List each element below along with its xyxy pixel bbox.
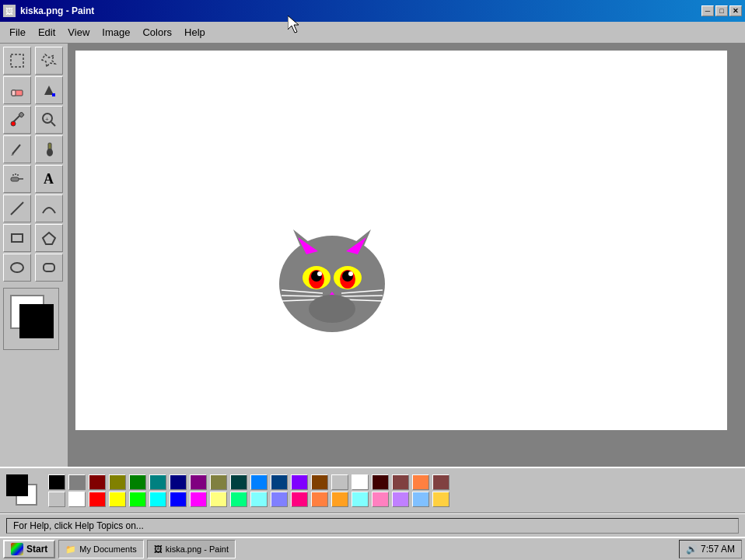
palette-color-row2-2[interactable] — [89, 492, 106, 507]
palette-color-row1-19[interactable] — [432, 474, 449, 490]
palette-color-row2-4[interactable] — [129, 492, 146, 507]
tool-polygon[interactable] — [35, 224, 63, 252]
svg-rect-14 — [11, 177, 19, 181]
palette-color-row1-8[interactable] — [210, 474, 227, 490]
tool-eraser[interactable] — [3, 76, 31, 104]
svg-point-36 — [348, 271, 353, 276]
status-bar: For Help, click Help Topics on... — [0, 513, 745, 537]
svg-rect-23 — [44, 264, 54, 271]
palette-color-row2-18[interactable] — [412, 492, 429, 507]
palette-color-row1-3[interactable] — [109, 474, 126, 490]
palette-color-row1-1[interactable] — [68, 474, 86, 490]
tool-rounded-rect[interactable] — [35, 254, 63, 282]
palette-color-row1-4[interactable] — [129, 474, 146, 490]
tool-ellipse[interactable] — [3, 254, 31, 282]
palette-color-row1-11[interactable] — [271, 474, 288, 490]
palette-color-row2-7[interactable] — [190, 492, 207, 507]
palette-color-row2-11[interactable] — [271, 492, 288, 507]
title-icon: 🖼 — [3, 5, 16, 17]
palette-color-row1-13[interactable] — [311, 474, 328, 490]
palette-color-row1-15[interactable] — [352, 474, 369, 490]
tool-curve[interactable] — [35, 194, 63, 222]
start-label: Start — [26, 544, 47, 555]
palette-foreground-swatch[interactable] — [6, 474, 28, 496]
svg-point-17 — [15, 173, 16, 175]
tool-eyedropper[interactable] — [3, 106, 31, 134]
palette-color-row1-16[interactable] — [372, 474, 389, 490]
palette-color-row1-14[interactable] — [331, 474, 348, 490]
palette-color-row2-1[interactable] — [68, 492, 86, 507]
start-button[interactable]: Start — [3, 540, 55, 558]
status-text: For Help, click Help Topics on... — [6, 518, 739, 534]
menu-bar: File Edit View Image Colors Help — [0, 22, 745, 44]
tool-select-free[interactable] — [35, 47, 63, 75]
svg-line-42 — [341, 296, 383, 296]
palette-color-row2-6[interactable] — [170, 492, 187, 507]
palette-color-row1-17[interactable] — [392, 474, 409, 490]
main-layout: + A — [0, 44, 745, 467]
palette-color-row2-13[interactable] — [311, 492, 328, 507]
menu-file[interactable]: File — [3, 24, 32, 40]
menu-view[interactable]: View — [61, 24, 96, 40]
palette-color-row2-19[interactable] — [432, 492, 449, 507]
palette-color-row2-0[interactable] — [48, 492, 65, 507]
svg-line-19 — [11, 202, 23, 215]
palette-color-row1-18[interactable] — [412, 474, 429, 490]
palette-color-row2-9[interactable] — [230, 492, 247, 507]
svg-marker-21 — [43, 233, 55, 244]
palette-color-row2-16[interactable] — [372, 492, 389, 507]
tool-brush[interactable] — [35, 135, 63, 163]
svg-point-44 — [309, 295, 355, 323]
minimize-button[interactable]: ─ — [701, 5, 714, 16]
color-palette — [48, 474, 451, 507]
tool-rect[interactable] — [3, 224, 31, 252]
palette-color-row1-0[interactable] — [48, 474, 65, 490]
tool-select-rect[interactable] — [3, 47, 31, 75]
tool-pencil[interactable] — [3, 135, 31, 163]
palette-color-row1-7[interactable] — [190, 474, 207, 490]
palette-color-row2-15[interactable] — [352, 492, 369, 507]
palette-color-row2-12[interactable] — [291, 492, 308, 507]
taskbar-my-documents[interactable]: 📁 My Documents — [58, 540, 143, 558]
menu-edit[interactable]: Edit — [32, 24, 61, 40]
palette-color-row1-6[interactable] — [170, 474, 187, 490]
svg-rect-3 — [52, 93, 55, 96]
palette-color-row1-12[interactable] — [291, 474, 308, 490]
menu-image[interactable]: Image — [96, 24, 136, 40]
svg-line-39 — [282, 296, 323, 296]
tool-grid: + A — [3, 47, 65, 282]
canvas-container[interactable] — [75, 50, 728, 431]
palette-color-row2-17[interactable] — [392, 492, 409, 507]
cat-drawing — [262, 198, 402, 338]
palette-color-row2-8[interactable] — [210, 492, 227, 507]
tool-magnifier[interactable]: + — [35, 106, 63, 134]
palette-color-row2-3[interactable] — [109, 492, 126, 507]
svg-point-5 — [11, 121, 16, 126]
svg-rect-2 — [12, 90, 16, 96]
svg-point-35 — [317, 271, 322, 276]
current-colors — [6, 474, 39, 507]
palette-color-row1-10[interactable] — [250, 474, 268, 490]
color-foreground-preview[interactable] — [19, 304, 54, 338]
palette-color-row2-14[interactable] — [331, 492, 348, 507]
palette-color-row1-5[interactable] — [149, 474, 166, 490]
taskbar-paint[interactable]: 🖼 kiska.png - Paint — [147, 540, 236, 558]
toolbar: + A — [0, 44, 68, 467]
palette-color-row1-9[interactable] — [230, 474, 247, 490]
maximize-button[interactable]: □ — [715, 5, 728, 16]
tool-text[interactable]: A — [35, 165, 63, 193]
tool-line[interactable] — [3, 194, 31, 222]
svg-text:+: + — [45, 116, 49, 123]
title-buttons: ─ □ ✕ — [701, 5, 742, 16]
palette-color-row2-10[interactable] — [250, 492, 268, 507]
close-button[interactable]: ✕ — [729, 5, 742, 16]
tool-airbrush[interactable] — [3, 165, 31, 193]
menu-colors[interactable]: Colors — [136, 24, 178, 40]
palette-color-row2-5[interactable] — [149, 492, 166, 507]
svg-line-8 — [51, 122, 55, 126]
svg-point-16 — [12, 174, 14, 176]
palette-color-row1-2[interactable] — [89, 474, 106, 490]
menu-help[interactable]: Help — [178, 24, 212, 40]
tool-fill[interactable] — [35, 76, 63, 104]
canvas-area[interactable] — [68, 44, 745, 467]
